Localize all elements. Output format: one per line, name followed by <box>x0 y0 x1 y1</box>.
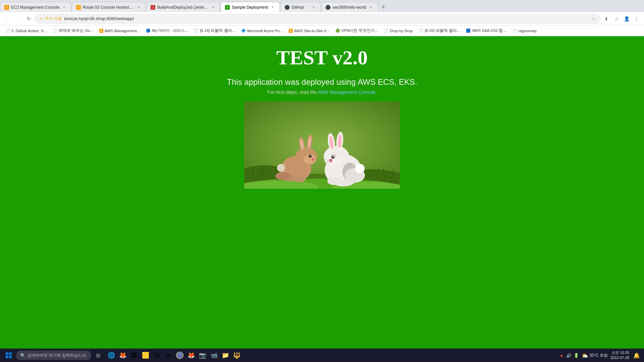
bookmark-label-mypage: My가비아 - 서비스... <box>152 28 188 33</box>
svg-rect-51 <box>6 352 8 355</box>
taskbar-clock[interactable]: 오전 10:35 2022-07-28 <box>610 350 629 361</box>
tab-title-github: GitHub <box>291 5 309 10</box>
svg-rect-53 <box>6 356 8 358</box>
bookmark-favicon-azure: 🔷 <box>241 28 246 33</box>
taskbar: 🔍 검색하려면 여기에 입력하십시오. ⊞ 🌐 🦊 🖼 🟨 🛍 ✉ 🌀 🦊 <box>0 349 644 362</box>
navigation-bar: ← → ↻ ⚠ 주의 요함 tomcat.hyejin36.shop:8080/… <box>0 12 644 25</box>
bookmark-button[interactable]: ☆ <box>612 14 621 23</box>
menu-button[interactable]: ⋮ <box>632 14 641 23</box>
tab-title-route53: Route 53 Console Hosted Zone... <box>83 5 134 10</box>
bookmark-favicon-aws-vpn: A <box>289 29 292 33</box>
taskbar-mail[interactable]: ✉ <box>163 350 174 361</box>
tab-favicon-ec2: A <box>4 5 9 10</box>
weather-temp: 30°C 흐림 <box>590 353 608 358</box>
taskbar-explorer[interactable]: 📁 <box>220 350 231 361</box>
tab-title-sample: Sample Deployment <box>232 5 268 10</box>
notification-button[interactable]: 🔔 <box>632 351 641 360</box>
rabbit-image <box>244 102 400 189</box>
git-icon: 🔱 <box>233 352 240 359</box>
taskbar-search-icon: 🔍 <box>20 353 25 358</box>
tab-close-route53[interactable]: × <box>136 5 141 10</box>
tab-close-jenkins[interactable]: × <box>210 5 216 10</box>
taskbar-search[interactable]: 🔍 검색하려면 여기에 입력하십시오. <box>16 351 91 360</box>
address-bar[interactable]: ⚠ 주의 요함 tomcat.hyejin36.shop:8080/webapp… <box>35 14 600 23</box>
taskbar-camera[interactable]: 📷 <box>197 350 208 361</box>
tab-jenkins[interactable]: J BuildAndDeployJob [Jenkins] × <box>146 2 220 12</box>
camera-icon: 📷 <box>199 352 206 359</box>
bookmark-github-action[interactable]: 📄 2. Github Action, S... <box>3 28 49 34</box>
task-view-button[interactable]: ⊞ <box>93 350 103 361</box>
tab-ec2[interactable]: A EC2 Management Console × <box>0 2 71 12</box>
bookmark-public-cloud[interactable]: 📄 [6.14] 파블릭 클라... <box>191 27 238 34</box>
download-button[interactable]: ⬇ <box>602 14 611 23</box>
tab-bar: A EC2 Management Console × A Route 53 Co… <box>0 0 644 12</box>
taskbar-weather[interactable]: ⛅ 30°C 흐림 <box>582 352 608 359</box>
tab-github[interactable]: ⬡ GitHub × <box>280 2 321 12</box>
new-tab-button[interactable]: + <box>379 2 388 12</box>
taskbar-edge[interactable]: 🌐 <box>106 350 117 361</box>
svg-point-31 <box>277 164 285 172</box>
tab-title-hello: seo369/hello-world <box>332 5 366 10</box>
tab-close-sample[interactable]: × <box>270 5 275 10</box>
bookmark-label-public-cloud: [6.14] 파블릭 클라... <box>200 28 235 33</box>
tab-sample[interactable]: S Sample Deployment × <box>221 2 280 12</box>
network-icon[interactable]: 🔺 <box>559 353 564 358</box>
reload-button[interactable]: ↻ <box>24 14 34 23</box>
bookmark-aws-vpn[interactable]: A AWS Site-to-Site V... <box>286 28 332 34</box>
volume-icon[interactable]: 🔊 <box>566 353 572 358</box>
tab-close-github[interactable]: × <box>311 5 316 10</box>
page-desc-text: For next steps, read the <box>267 89 317 95</box>
back-button[interactable]: ← <box>3 14 12 23</box>
tab-favicon-sample: S <box>225 5 230 10</box>
weather-icon: ⛅ <box>582 352 588 359</box>
bookmark-label-azure: Microsoft Azure Po... <box>247 29 283 33</box>
tab-close-ec2[interactable]: × <box>61 5 67 10</box>
edge-icon: 🌐 <box>108 352 115 359</box>
taskbar-photos[interactable]: 🖼 <box>129 350 140 361</box>
tab-favicon-jenkins: J <box>151 5 155 10</box>
svg-rect-52 <box>9 352 12 355</box>
bookmark-public-cloud2[interactable]: 📄 [6.15] 파블릭 클라... <box>416 27 463 34</box>
taskbar-system-tray: 🔺 🔊 🔋 ⛅ 30°C 흐림 오전 10:35 2022-07-28 🔔 <box>559 350 641 361</box>
taskbar-git[interactable]: 🔱 <box>231 350 242 361</box>
forward-button[interactable]: → <box>13 14 23 23</box>
tab-close-hello[interactable]: × <box>368 5 374 10</box>
page-description: For next steps, read the AWS Management … <box>267 89 377 95</box>
taskbar-firefox[interactable]: 🦊 <box>117 350 128 361</box>
aws-console-link[interactable]: AWS Management Console. <box>318 89 377 95</box>
bookmark-aws-mgmt[interactable]: A AWS Management... <box>97 28 143 34</box>
tab-hello[interactable]: ⬡ seo369/hello-world × <box>321 2 378 12</box>
page-content: TEST v2.0 This application was deployed … <box>0 36 644 349</box>
zoom-icon: 📹 <box>210 352 218 359</box>
taskbar-firefox2[interactable]: 🦊 <box>186 350 197 361</box>
profile-button[interactable]: 👤 <box>622 14 631 23</box>
svg-point-29 <box>293 176 306 182</box>
taskbar-app4[interactable]: 🟨 <box>140 350 151 361</box>
bookmark-project[interactable]: 📄 예제로 배우는 Go... <box>50 27 96 34</box>
taskbar-date: 2022-07-28 <box>610 355 629 360</box>
tab-favicon-github: ⬡ <box>285 5 289 10</box>
bookmark-favicon-regionmap: 📄 <box>512 28 517 33</box>
tab-route53[interactable]: A Route 53 Console Hosted Zone... × <box>72 2 146 12</box>
bookmark-azure[interactable]: 🔷 Microsoft Azure Po... <box>238 28 285 34</box>
app4-icon: 🟨 <box>142 352 149 359</box>
bookmarks-bar: 📄 2. Github Action, S... 📄 예제로 배우는 Go...… <box>0 25 644 36</box>
taskbar-store[interactable]: 🛍 <box>152 350 162 361</box>
battery-icon: 🔋 <box>574 353 579 358</box>
firefox-icon: 🦊 <box>119 352 126 359</box>
bookmark-star-icon[interactable]: ☆ <box>592 16 596 21</box>
bookmark-regionmap[interactable]: 📄 regionmap <box>509 28 539 34</box>
nav-action-buttons: ⬇ ☆ 👤 ⋮ <box>602 14 641 23</box>
taskbar-zoom[interactable]: 📹 <box>209 350 219 361</box>
taskbar-chrome[interactable]: 🌀 <box>174 350 185 361</box>
firefox2-icon: 🦊 <box>187 352 195 359</box>
bookmark-label-drop: Drop by Drop <box>390 29 413 33</box>
tab-favicon-route53: A <box>76 5 81 10</box>
bookmark-vpn-info[interactable]: 🟢 VPN이란 무엇인가... <box>333 27 380 34</box>
start-button[interactable] <box>3 349 15 361</box>
security-warning-text: 주의 요함 <box>45 16 62 21</box>
bookmark-favicon-vpn-info: 🟢 <box>335 28 340 33</box>
bookmark-mypage[interactable]: 🔵 My가비아 - 서비스... <box>143 27 191 34</box>
bookmark-saa[interactable]: 🟦 AWS SAA-C02 합... <box>463 27 509 34</box>
bookmark-drop[interactable]: 📄 Drop by Drop <box>381 28 415 34</box>
